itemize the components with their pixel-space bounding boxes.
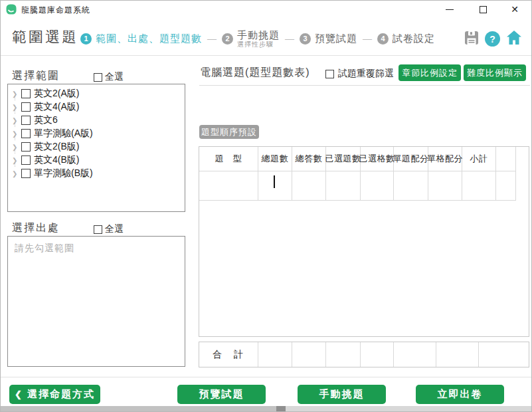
step-2-sublabel: 選擇性步驟: [237, 41, 280, 49]
step-4-circle: 4: [377, 33, 389, 45]
total-answers-cell[interactable]: [292, 171, 326, 201]
tree-item-checkbox[interactable]: [21, 169, 31, 178]
tree-item[interactable]: ❯ 英文2(A版): [8, 87, 185, 100]
table-header-cell: 單格配分: [428, 147, 462, 171]
tree-item[interactable]: ❯ 單字測驗(B版): [8, 167, 185, 180]
range-select-all-checkbox[interactable]: [94, 73, 102, 82]
step-separator: —: [207, 33, 217, 44]
step-3-label: 預覽試題: [315, 33, 357, 45]
window-title: 龍騰題庫命題系統: [21, 5, 90, 16]
tree-item-checkbox[interactable]: [21, 129, 31, 138]
source-panel: 請先勾選範圍: [7, 236, 185, 367]
range-select-all[interactable]: 全選: [94, 71, 124, 83]
window-bottom-edge: [1, 406, 531, 411]
chevron-right-icon[interactable]: ❯: [12, 117, 21, 124]
header-divider: [1, 55, 532, 56]
save-icon[interactable]: [464, 31, 479, 48]
chevron-right-icon[interactable]: ❯: [12, 157, 21, 164]
back-button-label: 選擇命題方式: [27, 388, 95, 401]
source-placeholder: 請先勾選範圍: [15, 243, 74, 255]
totals-cell: [479, 342, 529, 367]
selected-questions-cell[interactable]: [326, 171, 361, 201]
table-header-cell: 單題配分: [394, 147, 428, 171]
tree-item-checkbox[interactable]: [21, 102, 31, 112]
question-type-table: 題 型總題數總答數已選題數已選格數單題配分單格配分小計: [199, 146, 529, 337]
bottom-edge-notch: [276, 406, 286, 411]
header-action-icons: ?: [464, 30, 522, 48]
subtotal-cell[interactable]: [462, 171, 496, 201]
close-icon: ✕: [511, 4, 519, 15]
tree-item-checkbox[interactable]: [21, 89, 31, 98]
step-2-circle: 2: [222, 33, 233, 45]
computer-select-title: 電腦選題(題型題數表): [200, 66, 310, 80]
table-header-cell: 已選格數: [361, 147, 394, 171]
points-per-blank-cell[interactable]: [428, 171, 462, 201]
chapter-ratio-button[interactable]: 章節比例設定: [399, 64, 461, 81]
preview-questions-button[interactable]: 預覽試題: [177, 385, 266, 404]
totals-row: 合 計: [199, 342, 529, 367]
tree-item-label: 英文6: [34, 114, 58, 126]
tree-item-checkbox[interactable]: [21, 116, 31, 125]
tree-item[interactable]: ❯ 單字測驗(A版): [8, 127, 185, 140]
maximize-button[interactable]: [472, 1, 494, 18]
totals-cell: [326, 342, 361, 367]
range-section-title: 選擇範圍: [12, 69, 60, 83]
back-to-method-button[interactable]: ❮ 選擇命題方式: [9, 385, 100, 404]
tree-item[interactable]: ❯ 英文6: [8, 114, 185, 127]
filler-cell: [496, 171, 516, 201]
question-type-preset-button[interactable]: 題型順序預設: [199, 125, 259, 139]
selected-blanks-cell[interactable]: [361, 171, 394, 201]
manual-pick-button[interactable]: 手動挑題: [298, 385, 386, 404]
step-2: 手動挑題 選擇性步驟: [237, 29, 280, 49]
step-indicator: 1 範圍、出處、題型題數 — 2 手動挑題 選擇性步驟 — 3 預覽試題 — 4…: [80, 27, 435, 50]
duplicate-filter[interactable]: 試題重覆篩選: [325, 68, 394, 80]
tree-item[interactable]: ❯ 英文4(A版): [8, 100, 185, 114]
totals-cell: [258, 342, 292, 367]
chevron-right-icon[interactable]: ❯: [12, 104, 21, 111]
step-separator: —: [285, 33, 294, 44]
text-caret: [274, 175, 275, 188]
tree-item-checkbox[interactable]: [21, 155, 31, 165]
totals-cell: [436, 342, 479, 367]
bottom-edge-left: [1, 406, 276, 411]
chevron-right-icon[interactable]: ❯: [12, 130, 21, 138]
table-header-cell: 小計: [462, 147, 496, 171]
table-header-cell: 題 型: [199, 147, 258, 171]
step-separator: —: [363, 33, 372, 44]
chevron-right-icon[interactable]: ❯: [12, 144, 21, 151]
range-tree-panel: ❯ 英文2(A版) ❯ 英文4(A版) ❯ 英文6 ❯ 單字測驗(A版) ❯ 英…: [7, 84, 185, 212]
difficulty-ratio-button[interactable]: 難度比例顯示: [464, 64, 526, 81]
tree-item-checkbox[interactable]: [21, 142, 31, 152]
source-select-all[interactable]: 全選: [94, 223, 124, 235]
maximize-icon: [480, 6, 487, 13]
table-header-row: 題 型總題數總答數已選題數已選格數單題配分單格配分小計: [199, 147, 516, 171]
tree-item[interactable]: ❯ 英文2(B版): [8, 140, 185, 154]
step-1-circle: 1: [80, 33, 92, 45]
minimize-button[interactable]: [438, 1, 461, 18]
table-header-cell: [496, 147, 516, 171]
source-section-title: 選擇出處: [12, 221, 60, 235]
duplicate-filter-checkbox[interactable]: [325, 70, 334, 78]
table-header-cell: 總題數: [258, 147, 292, 171]
home-icon[interactable]: [506, 30, 522, 48]
help-icon[interactable]: ?: [485, 31, 500, 47]
app-logo-icon: [6, 4, 17, 15]
chevron-right-icon[interactable]: ❯: [12, 90, 21, 98]
chevron-right-icon[interactable]: ❯: [12, 170, 21, 177]
page-title: 範圍選題: [12, 27, 78, 47]
generate-paper-button[interactable]: 立即出卷: [416, 385, 504, 404]
duplicate-filter-label: 試題重覆篩選: [338, 68, 394, 80]
back-chevron-icon: ❮: [15, 389, 23, 399]
close-button[interactable]: ✕: [503, 1, 526, 18]
qtype-cell[interactable]: [199, 171, 258, 201]
tree-item-label: 單字測驗(A版): [34, 128, 93, 140]
source-select-all-checkbox[interactable]: [94, 225, 102, 234]
source-select-all-label: 全選: [105, 223, 124, 235]
tree-item-label: 英文2(B版): [34, 141, 79, 153]
table-header-cell: 總答數: [292, 147, 326, 171]
minimize-icon: [446, 9, 454, 10]
points-per-question-cell[interactable]: [394, 171, 428, 201]
app-window: 龍騰題庫命題系統 ✕ 範圍選題 1 範圍、出處、題型題數 — 2 手動挑題 選擇…: [0, 0, 532, 412]
tree-item[interactable]: ❯ 英文4(B版): [8, 154, 185, 167]
total-questions-cell[interactable]: [258, 171, 292, 201]
